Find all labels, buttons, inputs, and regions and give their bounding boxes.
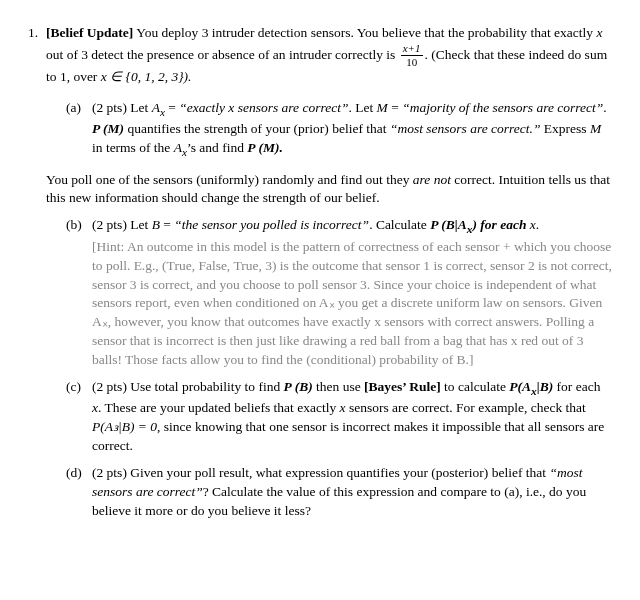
part-d-pts: (2 pts) bbox=[92, 465, 127, 480]
d-t1: Given your poll result, what expression … bbox=[130, 465, 549, 480]
mid-arenot: are not bbox=[413, 172, 451, 187]
b-t3: = bbox=[160, 217, 174, 232]
part-c: (c) (2 pts) Use total probability to fin… bbox=[66, 378, 612, 456]
c-t12: sensors are correct. For example, check … bbox=[346, 400, 586, 415]
b-t1: Let bbox=[130, 217, 151, 232]
b-t9: . bbox=[536, 217, 539, 232]
a-quote: “most sensors are correct.” bbox=[390, 121, 541, 136]
part-b-hint: [Hint: An outcome in this model is the p… bbox=[92, 238, 612, 370]
c-t1: Use total probability to find bbox=[130, 379, 283, 394]
part-b-body: (2 pts) Let B = “the sensor you polled i… bbox=[92, 216, 612, 370]
prior-fraction: x+110 bbox=[401, 43, 423, 68]
part-c-body: (2 pts) Use total probability to find P … bbox=[92, 378, 612, 456]
c-t8: for each bbox=[553, 379, 600, 394]
intro-text-1: You deploy 3 intruder detection sensors.… bbox=[136, 25, 596, 40]
a-Ax2-A: A bbox=[174, 140, 182, 155]
problem-content: [Belief Update] You deploy 3 intruder de… bbox=[46, 24, 612, 529]
part-b-pts: (2 pts) bbox=[92, 217, 127, 232]
problem-1: 1. [Belief Update] You deploy 3 intruder… bbox=[28, 24, 612, 529]
b-PBAx: P (B|A bbox=[430, 217, 467, 232]
subparts-list-2: (b) (2 pts) Let B = “the sensor you poll… bbox=[66, 216, 612, 520]
c-t7: |B) bbox=[537, 379, 553, 394]
a-t13: Express bbox=[540, 121, 590, 136]
part-a-pts: (2 pts) bbox=[92, 100, 127, 115]
a-Ax-A: A bbox=[152, 100, 160, 115]
b-t5: . Calculate bbox=[369, 217, 430, 232]
a-t11: quantifies the strength of your (prior) … bbox=[124, 121, 390, 136]
frac-denominator: 10 bbox=[401, 56, 423, 68]
intro-paragraph: [Belief Update] You deploy 3 intruder de… bbox=[46, 24, 612, 87]
a-PM2: P (M). bbox=[247, 140, 283, 155]
c-PAxB: P(A bbox=[509, 379, 531, 394]
intro-text-2: out of 3 detect the presence or absence … bbox=[46, 46, 399, 61]
c-t10: . These are your updated beliefs that ex… bbox=[98, 400, 340, 415]
intro-set: x ∈ {0, 1, 2, 3}). bbox=[101, 69, 192, 84]
b-def-B: “the sensor you polled is incorrect” bbox=[174, 217, 369, 232]
a-def-Ax: “exactly x sensors are correct” bbox=[179, 100, 348, 115]
part-b-label: (b) bbox=[66, 216, 92, 370]
mid-1: You poll one of the sensors (uniformly) … bbox=[46, 172, 413, 187]
c-t14: , since knowing that one sensor is incor… bbox=[92, 419, 604, 453]
a-t7: = bbox=[388, 100, 402, 115]
c-PB: P (B) bbox=[284, 379, 313, 394]
a-def-M: “majority of the sensors are correct” bbox=[402, 100, 603, 115]
c-t5: to calculate bbox=[441, 379, 510, 394]
c-bayes: [Bayes’ Rule] bbox=[364, 379, 441, 394]
part-c-label: (c) bbox=[66, 378, 92, 456]
part-c-pts: (2 pts) bbox=[92, 379, 127, 394]
b-B: B bbox=[152, 217, 160, 232]
a-M: M bbox=[377, 100, 388, 115]
a-PM: P (M) bbox=[92, 121, 124, 136]
c-t3: then use bbox=[313, 379, 364, 394]
intro-var-x: x bbox=[596, 25, 602, 40]
part-d: (d) (2 pts) Given your poll result, what… bbox=[66, 464, 612, 521]
part-d-body: (2 pts) Given your poll result, what exp… bbox=[92, 464, 612, 521]
subparts-list: (a) (2 pts) Let Ax = “exactly x sensors … bbox=[66, 99, 612, 161]
problem-title: [Belief Update] bbox=[46, 25, 133, 40]
part-a-body: (2 pts) Let Ax = “exactly x sensors are … bbox=[92, 99, 612, 161]
part-b: (b) (2 pts) Let B = “the sensor you poll… bbox=[66, 216, 612, 370]
c-PA3B: P(A₃|B) = 0 bbox=[92, 419, 157, 434]
part-a: (a) (2 pts) Let Ax = “exactly x sensors … bbox=[66, 99, 612, 161]
a-t9: . bbox=[603, 100, 606, 115]
a-t5: . Let bbox=[348, 100, 376, 115]
problem-number: 1. bbox=[28, 24, 46, 529]
intermission-text: You poll one of the sensors (uniformly) … bbox=[46, 171, 612, 209]
part-d-label: (d) bbox=[66, 464, 92, 521]
a-M2: M bbox=[590, 121, 601, 136]
a-t1: Let bbox=[130, 100, 151, 115]
a-t15: in terms of the bbox=[92, 140, 174, 155]
part-a-label: (a) bbox=[66, 99, 92, 161]
frac-numerator: x+1 bbox=[401, 43, 423, 56]
a-t3: = bbox=[165, 100, 179, 115]
a-t17: ’s and find bbox=[187, 140, 247, 155]
b-t7: ) for each bbox=[472, 217, 529, 232]
